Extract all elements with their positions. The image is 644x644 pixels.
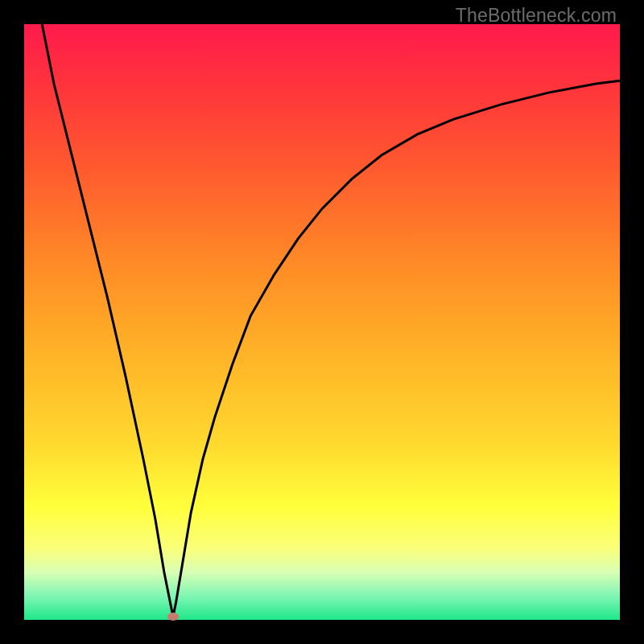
plot-area — [24, 24, 620, 620]
chart-frame: TheBottleneck.com — [0, 0, 644, 644]
bottleneck-curve — [42, 24, 620, 617]
curve-svg — [24, 24, 620, 620]
curve-min-marker — [167, 613, 179, 621]
watermark-text: TheBottleneck.com — [456, 5, 617, 27]
